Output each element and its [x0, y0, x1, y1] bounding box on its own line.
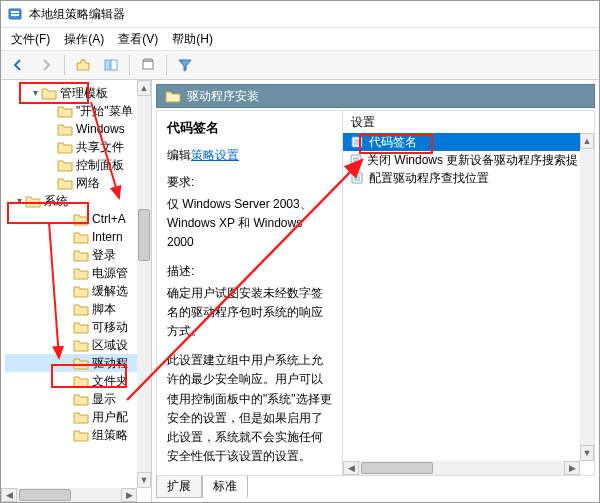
- list-column-header[interactable]: 设置: [343, 111, 594, 134]
- scroll-down-icon[interactable]: ▼: [137, 472, 151, 488]
- tree-item[interactable]: 显示: [5, 390, 137, 408]
- tree-item[interactable]: Windows: [5, 120, 137, 138]
- scroll-right-icon[interactable]: ▶: [564, 461, 580, 475]
- tree-item[interactable]: 组策略: [5, 426, 137, 444]
- toolbar-show-hide[interactable]: [98, 52, 124, 78]
- folder-icon: [57, 140, 73, 154]
- scroll-left-icon[interactable]: ◀: [343, 461, 359, 475]
- toolbar-back[interactable]: [5, 52, 31, 78]
- menu-view[interactable]: 查看(V): [112, 29, 164, 50]
- scroll-left-icon[interactable]: ◀: [1, 488, 17, 502]
- app-icon: [7, 6, 23, 22]
- scroll-right-icon[interactable]: ▶: [121, 488, 137, 502]
- scroll-up-icon[interactable]: ▲: [580, 133, 594, 149]
- toolbar-forward[interactable]: [33, 52, 59, 78]
- req-label: 要求:: [167, 174, 332, 191]
- desc-p2: 此设置建立组中用户系统上允许的最少安全响应。用户可以使用控制面板中的"系统"选择…: [167, 351, 332, 466]
- tree-hscroll[interactable]: ◀ ▶: [1, 488, 137, 502]
- tab-extended[interactable]: 扩展: [156, 476, 202, 498]
- tree-item[interactable]: 驱动程: [5, 354, 137, 372]
- svg-rect-3: [105, 60, 110, 70]
- folder-icon: [57, 122, 73, 136]
- scroll-down-icon[interactable]: ▼: [580, 445, 594, 461]
- tree-item[interactable]: 文件夹: [5, 372, 137, 390]
- settings-row-label: 配置驱动程序查找位置: [369, 170, 489, 187]
- toolbar-separator-2: [129, 55, 130, 75]
- tree-item[interactable]: 共享文件: [5, 138, 137, 156]
- menu-action[interactable]: 操作(A): [58, 29, 110, 50]
- tab-standard[interactable]: 标准: [202, 476, 248, 498]
- toolbar-export[interactable]: [135, 52, 161, 78]
- tree-item-label: 脚本: [92, 300, 116, 318]
- tree-item[interactable]: 电源管: [5, 264, 137, 282]
- svg-rect-1: [11, 11, 19, 13]
- folder-icon: [25, 194, 41, 208]
- policy-icon: [349, 134, 365, 150]
- list-hscroll[interactable]: ◀ ▶: [343, 461, 580, 475]
- tree-item[interactable]: 脚本: [5, 300, 137, 318]
- desc-title: 代码签名: [167, 119, 332, 137]
- folder-icon: [57, 104, 73, 118]
- list-vscroll[interactable]: ▲ ▼: [580, 133, 594, 461]
- svg-rect-5: [143, 61, 153, 69]
- scroll-up-icon[interactable]: ▲: [137, 80, 151, 96]
- svg-rect-4: [111, 60, 117, 70]
- menu-help[interactable]: 帮助(H): [166, 29, 219, 50]
- tree-item[interactable]: 用户配: [5, 408, 137, 426]
- folder-icon: [73, 266, 89, 280]
- toolbar: [1, 51, 599, 80]
- expander-icon[interactable]: ▾: [13, 192, 25, 210]
- window-title: 本地组策略编辑器: [29, 6, 125, 23]
- tree-item-label: 可移动: [92, 318, 128, 336]
- right-pane: 驱动程序安装 代码签名 编辑策略设置 要求: 仅 Windows Server …: [152, 80, 599, 502]
- settings-list-pane: 设置 代码签名关闭 Windows 更新设备驱动程序搜索提配置驱动程序查找位置 …: [342, 110, 595, 476]
- tab-strip: 扩展 标准: [156, 476, 595, 498]
- tree-item[interactable]: 区域设: [5, 336, 137, 354]
- tree-item-label: Windows: [76, 120, 125, 138]
- folder-icon: [73, 302, 89, 316]
- folder-icon: [165, 89, 181, 103]
- tree-item-label: 网络: [76, 174, 100, 192]
- tree-item-label: 用户配: [92, 408, 128, 426]
- menu-file[interactable]: 文件(F): [5, 29, 56, 50]
- tree-item-label: 系统: [44, 192, 68, 210]
- toolbar-filter[interactable]: [172, 52, 198, 78]
- settings-row[interactable]: 配置驱动程序查找位置: [343, 169, 580, 187]
- settings-row[interactable]: 关闭 Windows 更新设备驱动程序搜索提: [343, 151, 580, 169]
- tree-item[interactable]: "开始"菜单: [5, 102, 137, 120]
- description-pane: 代码签名 编辑策略设置 要求: 仅 Windows Server 2003、Wi…: [156, 110, 342, 476]
- tree-item-label: 显示: [92, 390, 116, 408]
- expander-icon[interactable]: ▾: [29, 84, 41, 102]
- folder-icon: [41, 86, 57, 100]
- tree-item-label: 控制面板: [76, 156, 124, 174]
- tree-pane: ▾管理模板"开始"菜单Windows共享文件控制面板网络▾系统Ctrl+AInt…: [1, 80, 152, 502]
- tree-item[interactable]: Intern: [5, 228, 137, 246]
- folder-icon: [73, 392, 89, 406]
- folder-icon: [73, 428, 89, 442]
- tree-item[interactable]: 网络: [5, 174, 137, 192]
- tree-item-label: "开始"菜单: [76, 102, 133, 120]
- tree-item[interactable]: 可移动: [5, 318, 137, 336]
- tree-item[interactable]: ▾管理模板: [5, 84, 137, 102]
- folder-icon: [73, 212, 89, 226]
- tree-item[interactable]: 缓解选: [5, 282, 137, 300]
- policy-icon: [349, 152, 363, 168]
- tree-item[interactable]: Ctrl+A: [5, 210, 137, 228]
- tree-item-label: 登录: [92, 246, 116, 264]
- edit-policy-line: 编辑策略设置: [167, 147, 332, 164]
- tree-item[interactable]: ▾系统: [5, 192, 137, 210]
- edit-policy-link[interactable]: 策略设置: [191, 148, 239, 162]
- tree-item-label: 电源管: [92, 264, 128, 282]
- desc-p1: 确定用户试图安装未经数字签名的驱动程序包时系统的响应方式。: [167, 284, 332, 342]
- tree-item-label: 区域设: [92, 336, 128, 354]
- tree-vscroll[interactable]: ▲ ▼: [137, 80, 151, 488]
- folder-icon: [73, 410, 89, 424]
- tree-item[interactable]: 控制面板: [5, 156, 137, 174]
- tree-item-label: 驱动程: [92, 354, 128, 372]
- settings-row-label: 代码签名: [369, 134, 417, 151]
- content-header-title: 驱动程序安装: [187, 88, 259, 105]
- tree-item[interactable]: 登录: [5, 246, 137, 264]
- toolbar-separator: [64, 55, 65, 75]
- settings-row[interactable]: 代码签名: [343, 133, 580, 151]
- toolbar-up[interactable]: [70, 52, 96, 78]
